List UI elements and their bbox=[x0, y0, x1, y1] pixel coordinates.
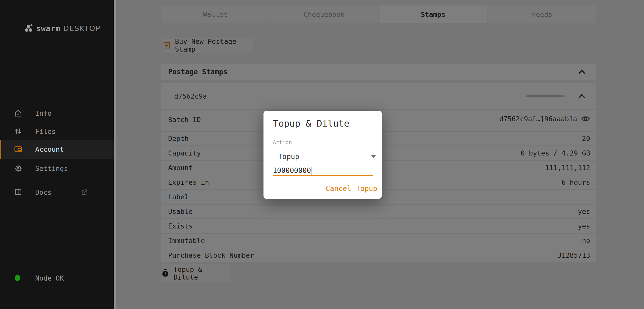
sidebar-item-label: Account bbox=[35, 145, 64, 153]
transfer-arrows-icon bbox=[14, 127, 22, 136]
sidebar-divider bbox=[12, 179, 102, 179]
vertical-scrollbar[interactable] bbox=[114, 0, 116, 309]
app-logo: swarm DESKTOP bbox=[25, 24, 100, 33]
app-window: Wallet Chequebook Stamps Feeds Buy New P… bbox=[0, 0, 644, 309]
sidebar-item-label: Files bbox=[35, 128, 56, 135]
dialog-title: Topup & Dilute bbox=[273, 118, 349, 129]
brand-name: swarm bbox=[36, 24, 60, 33]
action-field-label: Action bbox=[273, 139, 292, 145]
sidebar-item-docs[interactable]: Docs bbox=[0, 183, 114, 202]
sidebar-item-info[interactable]: Info bbox=[0, 104, 114, 123]
node-status-dot bbox=[15, 275, 20, 281]
text-cursor bbox=[312, 167, 312, 175]
sidebar-item-settings[interactable]: Settings bbox=[0, 159, 114, 178]
cancel-button[interactable]: Cancel bbox=[325, 182, 352, 195]
book-icon bbox=[14, 188, 22, 197]
cancel-button-label: Cancel bbox=[326, 184, 351, 193]
amount-input-value: 100000000 bbox=[273, 166, 311, 175]
amount-input[interactable]: 100000000 bbox=[273, 166, 373, 176]
wallet-icon bbox=[14, 145, 22, 153]
home-icon bbox=[14, 109, 22, 118]
product-name: DESKTOP bbox=[63, 24, 100, 33]
node-status-label: Node OK bbox=[35, 274, 64, 282]
topup-dilute-dialog: Topup & Dilute Action Topup 100000000 Ca… bbox=[263, 111, 382, 199]
gear-icon bbox=[14, 164, 22, 173]
sidebar-item-account[interactable]: Account bbox=[0, 140, 114, 159]
action-select[interactable]: Topup bbox=[273, 151, 379, 162]
chevron-down-icon bbox=[371, 155, 376, 158]
sidebar-item-files[interactable]: Files bbox=[0, 122, 114, 141]
swarm-logo-icon bbox=[25, 24, 33, 33]
action-select-value: Topup bbox=[278, 152, 299, 161]
sidebar-item-label: Settings bbox=[35, 165, 68, 172]
confirm-topup-button[interactable]: Topup bbox=[355, 182, 378, 195]
confirm-button-label: Topup bbox=[356, 184, 377, 193]
external-link-icon bbox=[81, 189, 88, 196]
sidebar: swarm DESKTOP Info Files Account bbox=[0, 0, 114, 309]
sidebar-item-label: Info bbox=[35, 109, 52, 117]
sidebar-item-label: Docs bbox=[35, 188, 52, 196]
